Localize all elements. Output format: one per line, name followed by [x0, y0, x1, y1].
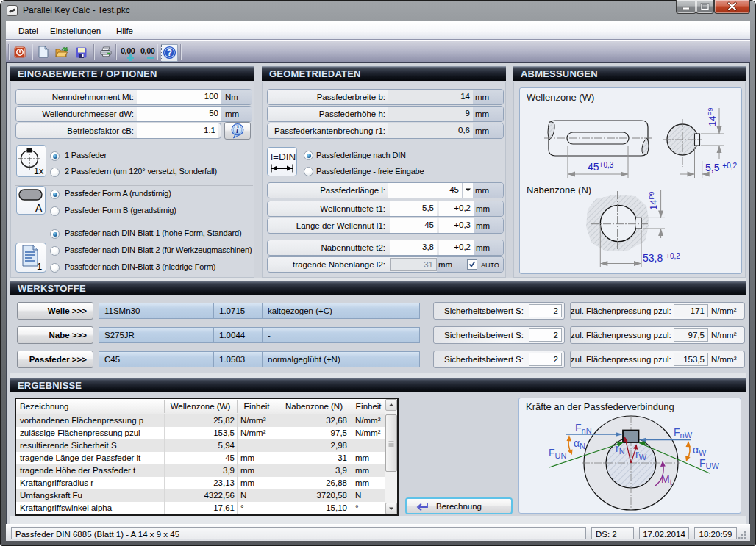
svg-text:A: A — [35, 202, 43, 214]
svg-text:1: 1 — [37, 261, 42, 272]
svg-text:Wellenzone (W): Wellenzone (W) — [527, 92, 594, 103]
svg-text:14P9: 14P9 — [707, 108, 718, 126]
svg-text:Nabenzone (N): Nabenzone (N) — [527, 184, 591, 195]
svg-text:1x: 1x — [34, 166, 44, 176]
svg-text:14P9: 14P9 — [648, 192, 659, 210]
svg-text:53,8 +0,2: 53,8 +0,2 — [643, 252, 680, 264]
svg-text:?: ? — [167, 48, 172, 58]
svg-text:FUW: FUW — [699, 457, 720, 470]
svg-text:FnW: FnW — [674, 426, 693, 439]
svg-text:FnN: FnN — [575, 422, 592, 435]
svg-text:αN: αN — [574, 437, 585, 450]
svg-text:l=DIN: l=DIN — [271, 151, 296, 162]
svg-text:i: i — [236, 125, 239, 135]
svg-text:45+0,3: 45+0,3 — [588, 161, 614, 173]
svg-text:αW: αW — [693, 444, 707, 457]
svg-text:Kräfte an der Passfederverbind: Kräfte an der Passfederverbindung — [526, 401, 674, 412]
svg-text:5,5 +0,2: 5,5 +0,2 — [705, 162, 738, 173]
svg-text:FUN: FUN — [549, 447, 567, 460]
